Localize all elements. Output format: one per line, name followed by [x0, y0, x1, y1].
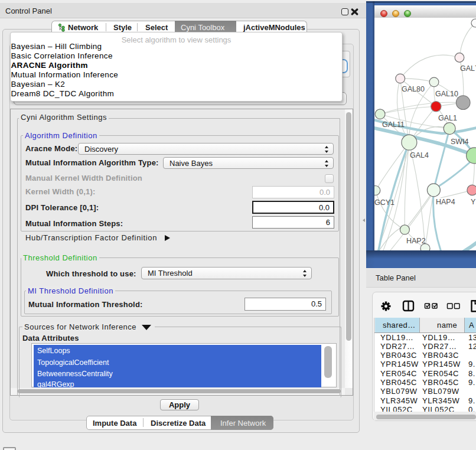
svg-text:GAL4: GAL4	[410, 151, 429, 159]
svg-text:HAP2: HAP2	[406, 237, 426, 245]
svg-text:SWI4: SWI4	[451, 138, 469, 146]
svg-text:GAL11: GAL11	[382, 120, 405, 129]
svg-text:GAL7: GAL7	[460, 64, 476, 73]
svg-text:GAL1: GAL1	[438, 114, 457, 122]
svg-text:GAL10: GAL10	[435, 90, 458, 98]
svg-text:HAP4: HAP4	[436, 198, 455, 206]
svg-text:GAL80: GAL80	[402, 85, 425, 93]
svg-text:GCY1: GCY1	[374, 198, 395, 207]
svg-text:Y: Y	[471, 198, 476, 206]
